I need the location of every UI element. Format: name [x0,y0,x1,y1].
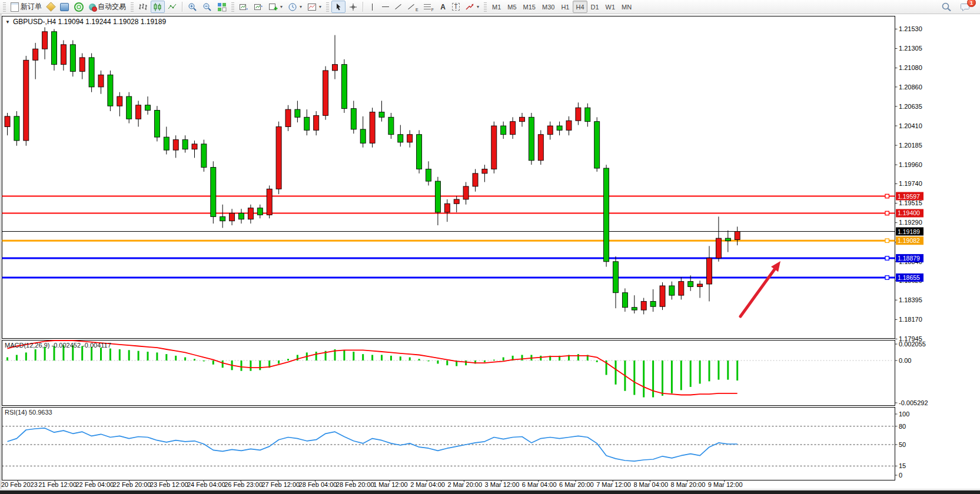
timeframe-h4-button[interactable]: H4 [573,1,587,13]
signals-button[interactable] [72,1,86,13]
collapse-triangle-icon[interactable]: ▼ [5,19,10,25]
text-tool-icon: A [440,3,446,11]
tile-windows-button[interactable] [215,1,229,13]
svg-text:6 Mar 20:00: 6 Mar 20:00 [559,481,594,488]
macd-indicator-label: MACD(12,26,9) -0.002452 -0.004117 [5,342,111,349]
svg-text:8 Mar 20:00: 8 Mar 20:00 [671,481,706,488]
auto-trading-button[interactable]: 自动交易 [87,1,128,13]
trendline-icon [395,4,401,9]
period-clock-button[interactable]: ▾ [285,1,304,13]
fibonacci-tool-button[interactable]: F [421,1,436,13]
chevron-down-icon: ▾ [319,4,321,9]
svg-text:50: 50 [899,441,906,448]
svg-text:2 Mar 20:00: 2 Mar 20:00 [447,481,482,488]
svg-text:7 Mar 12:00: 7 Mar 12:00 [596,481,631,488]
channel-tool-button[interactable]: E [405,1,421,13]
horizontal-line-tool-button[interactable] [379,1,391,13]
arrange-charts-alt-button[interactable] [251,1,265,13]
cursor-icon [334,2,343,12]
svg-text:28 Feb 04:00: 28 Feb 04:00 [299,481,337,488]
terminal-button[interactable] [58,1,71,13]
vertical-line-icon [372,4,373,11]
chart-title: GBPUSD-,H4 1.19094 1.19244 1.19028 1.191… [13,18,166,26]
svg-text:1.21305: 1.21305 [899,45,922,52]
shapes-tool-button[interactable]: ▾ [463,1,481,13]
svg-text:27 Feb 12:00: 27 Feb 12:00 [261,481,300,488]
trendline-tool-button[interactable] [392,1,404,13]
market-watch-button[interactable] [45,1,57,13]
chart-canvas[interactable]: 1.215301.213051.210801.208601.206351.204… [0,0,980,494]
timeframe-label: M15 [523,4,536,11]
template-button[interactable]: ▾ [305,1,324,13]
chart-title-bar: ▼ GBPUSD-,H4 1.19094 1.19244 1.19028 1.1… [5,18,166,26]
timeframe-label: M5 [507,4,516,11]
timeframe-w1-button[interactable]: W1 [603,1,619,13]
svg-text:1.19082: 1.19082 [898,237,920,244]
svg-text:0: 0 [899,472,902,479]
timeframe-label: W1 [606,4,616,11]
svg-text:9 Mar 12:00: 9 Mar 12:00 [708,481,743,488]
timeframe-label: M1 [492,4,501,11]
toolbar-grip[interactable] [3,2,6,12]
zoom-in-button[interactable] [185,1,200,13]
client-terminal-icon [60,3,69,11]
svg-text:1 Mar 12:00: 1 Mar 12:00 [373,481,408,488]
notification-badge: 1 [967,0,976,7]
svg-text:1.19189: 1.19189 [898,228,920,235]
chevron-down-icon: ▾ [477,4,479,9]
rsi-indicator-label: RSI(14) 50.9633 [5,409,52,416]
svg-text:0.00: 0.00 [899,357,911,364]
crosshair-tool-button[interactable] [346,1,360,13]
timeframe-h1-button[interactable]: H1 [558,1,572,13]
svg-text:24 Feb 04:00: 24 Feb 04:00 [187,481,225,488]
notifications-button[interactable]: 1 [958,1,973,13]
vertical-line-tool-button[interactable] [366,1,378,13]
svg-text:1.19740: 1.19740 [899,180,922,187]
svg-text:8 Mar 04:00: 8 Mar 04:00 [633,481,668,488]
timeframe-m30-button[interactable]: M30 [539,1,557,13]
svg-text:1.18879: 1.18879 [898,255,920,262]
timeframe-mn-button[interactable]: MN [619,1,634,13]
timeframe-d1-button[interactable]: D1 [588,1,602,13]
new-chart-button[interactable]: ▾ [266,1,285,13]
candlestick-icon [153,2,162,12]
arrows-shapes-icon [465,2,474,12]
line-chart-icon [168,2,177,12]
zoom-out-button[interactable] [200,1,214,13]
toolbar-grip[interactable] [326,2,329,12]
toolbar-grip[interactable] [131,2,134,12]
svg-text:6 Mar 04:00: 6 Mar 04:00 [522,481,557,488]
cursor-tool-button[interactable] [331,1,346,13]
svg-text:1.20185: 1.20185 [899,142,922,149]
search-button[interactable] [939,1,954,13]
svg-text:22 Feb 20:00: 22 Feb 20:00 [113,481,151,488]
arrange-chart-icon [239,2,248,12]
svg-text:1.18170: 1.18170 [899,316,922,323]
fibonacci-icon [424,4,431,10]
text-tool-button[interactable]: A [437,1,449,13]
new-order-button[interactable]: 新订单 [8,1,44,13]
chevron-down-icon: ▾ [280,4,283,9]
timeframe-m1-button[interactable]: M1 [489,1,504,13]
timeframe-label: M30 [542,4,554,11]
bar-chart-mode-button[interactable] [136,1,150,13]
timeframe-m15-button[interactable]: M15 [520,1,539,13]
svg-text:1.19597: 1.19597 [898,193,920,200]
toolbar-grip[interactable] [484,2,487,12]
svg-text:23 Feb 12:00: 23 Feb 12:00 [150,481,188,488]
toolbar-grip[interactable] [231,2,234,12]
timeframe-m5-button[interactable]: M5 [504,1,519,13]
main-toolbar: 新订单 自动交易 ▾ ▾ ▾ [0,0,980,14]
svg-text:1.19400: 1.19400 [898,209,920,216]
auto-trading-label: 自动交易 [98,2,126,12]
tile-windows-icon [217,2,227,12]
line-chart-mode-button[interactable] [165,1,180,13]
svg-text:21 Feb 12:00: 21 Feb 12:00 [38,481,77,488]
candlestick-mode-button[interactable] [151,1,165,13]
clock-icon [288,2,297,12]
svg-text:1.18655: 1.18655 [898,274,920,281]
svg-text:1.18395: 1.18395 [899,296,922,303]
template-icon [307,2,317,12]
arrange-charts-button[interactable] [237,1,251,13]
label-tool-button[interactable]: T [450,1,462,13]
